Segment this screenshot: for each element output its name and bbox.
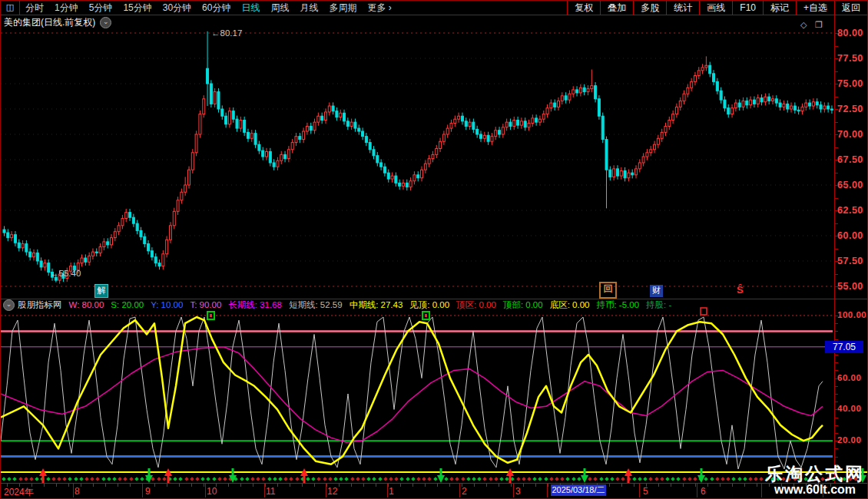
axis-tick — [834, 378, 838, 379]
axis-tick — [834, 210, 838, 211]
param-2: Y: 10.00 — [151, 300, 183, 309]
price-axis-label: 57.50 — [837, 256, 863, 266]
axis-tick — [834, 425, 838, 426]
tool-button-2[interactable]: 多股 — [633, 1, 666, 15]
period-tab-3[interactable]: 15分钟 — [118, 1, 157, 15]
axis-tick — [834, 433, 838, 434]
param-3: T: 90.00 — [190, 300, 221, 309]
indicator-name[interactable]: 股朋指标网 — [18, 299, 62, 311]
axis-tick — [834, 173, 838, 173]
axis-tick — [834, 46, 838, 47]
period-tab-7[interactable]: 周线 — [265, 1, 294, 15]
x-axis-label-2: 9 — [145, 486, 151, 497]
axis-tick — [834, 33, 838, 34]
chart-title-row: 美的集团(日线.前复权)⌄ — [4, 16, 111, 30]
axis-tick — [834, 457, 838, 458]
price-axis-label: 75.00 — [837, 78, 863, 89]
axis-tick — [834, 362, 838, 363]
panel-icon[interactable]: ❐ — [815, 20, 823, 30]
tool-button-6[interactable]: 标记 — [763, 1, 796, 15]
axis-tick — [834, 185, 838, 186]
x-axis-label-0: 2024年 — [4, 486, 34, 499]
axis-tick — [834, 274, 838, 275]
param-12: 持股: - — [646, 300, 671, 309]
watermark: 乐淘公式网 www.60lt.com — [765, 464, 865, 497]
period-tab-10[interactable]: 更多 › — [362, 1, 396, 15]
price-axis-label: 72.50 — [837, 104, 863, 114]
period-tab-1[interactable]: 1分钟 — [49, 1, 84, 15]
tool-menu: 复权叠加多股统计画线F10标记+自选返回 — [567, 1, 867, 15]
axis-tick — [834, 323, 838, 324]
period-menu: 分时1分钟5分钟15分钟30分钟60分钟日线周线月线多周期更多 › — [20, 1, 397, 15]
period-tab-6[interactable]: 日线 — [236, 1, 265, 15]
period-tab-2[interactable]: 5分钟 — [84, 1, 118, 15]
watermark-line2: www.60lt.com — [765, 483, 865, 497]
axis-tick — [834, 261, 838, 262]
hui-float-badge[interactable]: 回 — [599, 282, 617, 299]
tool-button-4[interactable]: 画线 — [699, 1, 732, 15]
tool-button-5[interactable]: F10 — [732, 1, 763, 15]
price-axis-label: 60.00 — [837, 230, 863, 241]
axis-tick — [834, 370, 838, 371]
axis-tick — [834, 236, 838, 236]
chart-title: 美的集团(日线.前复权) — [4, 17, 95, 28]
price-axis-label: 65.00 — [837, 180, 863, 190]
low-annotation: ←55.40 — [50, 269, 81, 278]
high-annotation: ←80.17 — [211, 28, 242, 38]
tool-button-1[interactable]: 叠加 — [600, 1, 633, 15]
x-axis-label-7: 2 — [462, 486, 467, 497]
period-tab-0[interactable]: 分时 — [20, 1, 49, 15]
axis-tick — [834, 386, 838, 387]
param-6: 中期线: 27.43 — [350, 300, 403, 309]
tool-button-7[interactable]: +自选 — [796, 1, 834, 15]
indicator-axis-label: 40.00 — [837, 404, 861, 413]
param-0: W: 80.00 — [69, 300, 104, 309]
period-tab-4[interactable]: 30分钟 — [157, 1, 197, 15]
chevron-down-icon[interactable]: ⌄ — [100, 17, 111, 28]
layout-toggle-icon[interactable]: ◫ — [1, 1, 20, 15]
jie-float-badge[interactable]: 解 — [94, 284, 108, 298]
price-axis-label: 62.50 — [837, 205, 863, 216]
x-axis-label-8: 3 — [515, 486, 521, 497]
axis-tick — [834, 198, 838, 199]
x-axis-label-5: 12 — [327, 486, 337, 497]
axis-tick — [834, 448, 838, 449]
indicator-chart[interactable] — [1, 310, 835, 481]
indicator-axis-label: 100.00 — [837, 310, 866, 319]
period-tab-8[interactable]: 月线 — [294, 1, 323, 15]
x-axis-label-9: 5 — [643, 486, 648, 497]
main-candlestick-chart[interactable] — [1, 30, 835, 299]
axis-tick — [834, 316, 838, 316]
param-5: 短期线: 52.59 — [289, 300, 343, 309]
x-axis-label-3: 10 — [207, 486, 217, 497]
app-window: ◫ 分时1分钟5分钟15分钟30分钟60分钟日线周线月线多周期更多 › 复权叠加… — [0, 0, 868, 499]
tool-button-3[interactable]: 统计 — [666, 1, 699, 15]
cai-float-badge[interactable]: 财 — [650, 285, 663, 297]
price-axis-label: 67.50 — [837, 154, 863, 165]
axis-tick — [834, 418, 838, 418]
param-11: 持币: -5.00 — [596, 300, 639, 309]
axis-tick — [834, 134, 838, 135]
period-tab-9[interactable]: 多周期 — [323, 1, 362, 15]
axis-tick — [834, 331, 838, 332]
axis-tick — [834, 97, 838, 97]
selected-date-badge[interactable]: 2025/03/18/二 — [551, 484, 606, 496]
signal-arrows — [1, 466, 868, 486]
indicator-collapse-icon[interactable]: ⌄ — [3, 299, 15, 311]
tool-button-8[interactable]: 返回 — [834, 1, 867, 15]
tool-button-0[interactable]: 复权 — [567, 1, 600, 15]
axis-tick — [834, 160, 838, 160]
param-4: 长期线: 31.68 — [228, 300, 282, 309]
axis-tick — [834, 71, 838, 72]
price-axis-label: 55.00 — [837, 281, 863, 292]
axis-tick — [834, 286, 838, 287]
axis-tick — [834, 394, 838, 395]
param-9: 顶部: 0.00 — [503, 300, 543, 309]
x-axis-label-10: 6 — [701, 486, 706, 497]
indicator-axis-label: 20.00 — [837, 435, 861, 444]
axis-tick — [834, 84, 838, 84]
period-tab-5[interactable]: 60分钟 — [197, 1, 236, 15]
param-1: S: 20.00 — [111, 300, 144, 309]
diamond-icon[interactable]: ◇ — [800, 20, 807, 30]
param-7: 见顶: 0.00 — [409, 300, 449, 309]
